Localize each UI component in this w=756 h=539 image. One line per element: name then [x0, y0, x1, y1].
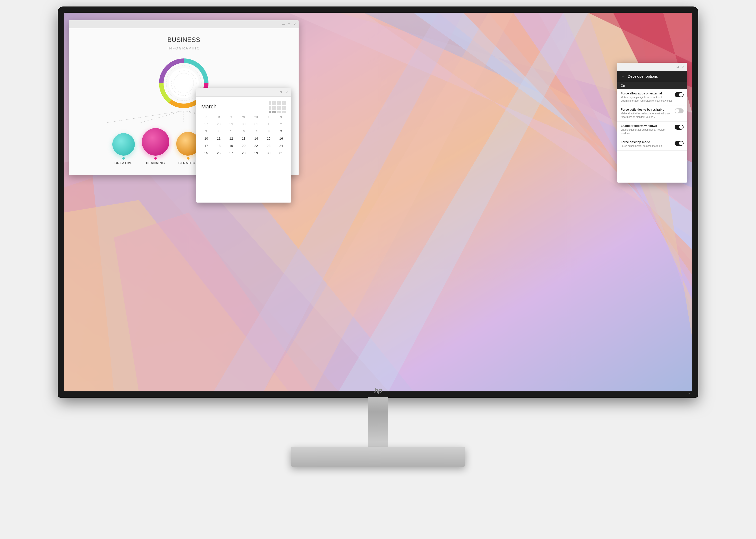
developer-options-list: Force allow apps on external Makes any a…: [617, 89, 687, 151]
cal-cell-24[interactable]: 24: [275, 142, 287, 149]
calendar-header: March: [196, 97, 291, 115]
dev-option-2: Force activities to be resizable Make al…: [617, 106, 687, 121]
cal-cell-29[interactable]: 29: [250, 150, 262, 156]
day-header-t1: T: [225, 115, 238, 119]
developer-title: Developer options: [628, 74, 658, 78]
developer-close-btn[interactable]: ✕: [681, 65, 685, 69]
calendar-days-header: S M T W TH F S: [200, 115, 287, 119]
cal-cell-23[interactable]: 23: [263, 142, 275, 149]
infographic-close-btn[interactable]: ✕: [293, 22, 297, 26]
cal-cell-30pm[interactable]: 30: [238, 120, 250, 127]
calendar-minimize-btn[interactable]: □: [279, 90, 283, 94]
cal-cell-12[interactable]: 12: [225, 135, 237, 142]
cal-cell-16[interactable]: 16: [275, 135, 287, 142]
monitor-base: [291, 447, 465, 467]
day-header-m: M: [213, 115, 225, 119]
cal-cell-22[interactable]: 22: [250, 142, 262, 149]
cal-cell-4[interactable]: 4: [213, 128, 225, 135]
cal-cell-5[interactable]: 5: [225, 128, 237, 135]
cal-cell-31[interactable]: 31: [275, 150, 287, 156]
dev-option-3-desc: Enable support for experimental freeform…: [621, 128, 673, 135]
cal-cell-27[interactable]: 27: [225, 150, 237, 156]
cal-cell-2[interactable]: 2: [275, 120, 287, 127]
monitor-wrapper: — □ ✕ BUSINESS INFOGRAPHIC: [53, 7, 703, 532]
power-indicator-dot: [689, 393, 690, 394]
cal-cell-31pm[interactable]: 31: [250, 120, 262, 127]
calendar-month-label: March: [201, 104, 217, 110]
cal-cell-28[interactable]: 28: [238, 150, 250, 156]
developer-titlebar: □ ✕: [617, 63, 687, 71]
dev-option-1-text: Force allow apps on external Makes any a…: [621, 92, 673, 103]
cal-cell-7[interactable]: 7: [250, 128, 262, 135]
developer-back-icon[interactable]: ←: [621, 74, 625, 79]
svg-point-20: [169, 68, 199, 98]
dev-option-4-toggle[interactable]: [675, 141, 684, 146]
cal-cell-9[interactable]: 9: [275, 128, 287, 135]
cal-cell-8[interactable]: 8: [263, 128, 275, 135]
developer-status-text: On: [621, 84, 625, 87]
infographic-titlebar: — □ ✕: [69, 20, 299, 28]
bubble-creative-label: CREATIVE: [114, 161, 133, 165]
cal-cell-13[interactable]: 13: [238, 135, 250, 142]
day-header-s2: S: [275, 115, 287, 119]
cal-cell-20[interactable]: 20: [238, 142, 250, 149]
developer-status-bar: On: [617, 82, 687, 89]
calendar-titlebar: □ ✕: [196, 88, 291, 97]
calendar-window[interactable]: □ ✕ March S M: [196, 88, 291, 202]
hp-logo: hp: [374, 386, 382, 394]
cal-cell-30[interactable]: 30: [263, 150, 275, 156]
day-header-th: TH: [250, 115, 262, 119]
infographic-minimize-btn[interactable]: —: [282, 22, 286, 26]
infographic-subtitle: INFOGRAPHIC: [167, 46, 200, 50]
cal-cell-18[interactable]: 18: [213, 142, 225, 149]
developer-window[interactable]: □ ✕ ← Developer options On Force allow a…: [617, 63, 687, 183]
dev-option-4: Force desktop mode Force experimental de…: [617, 138, 687, 151]
cal-cell-1[interactable]: 1: [263, 120, 275, 127]
infographic-maximize-btn[interactable]: □: [287, 22, 291, 26]
cal-cell-3[interactable]: 3: [200, 128, 212, 135]
dev-option-2-desc: Make all activities resizable for multi-…: [621, 112, 673, 119]
dev-option-4-text: Force desktop mode Force experimental de…: [621, 140, 673, 148]
cal-cell-10[interactable]: 10: [200, 135, 212, 142]
cal-cell-17[interactable]: 17: [200, 142, 212, 149]
dev-option-3-text: Enable freeform windows Enable support f…: [621, 124, 673, 135]
developer-header: ← Developer options: [617, 71, 687, 82]
dev-option-1-title: Force allow apps on external: [621, 92, 673, 95]
cal-cell-27pm[interactable]: 27: [200, 120, 212, 127]
day-header-f: F: [262, 115, 275, 119]
day-header-s1: S: [200, 115, 213, 119]
monitor-screen: — □ ✕ BUSINESS INFOGRAPHIC: [64, 13, 692, 391]
bubble-planning: PLANNING: [142, 128, 169, 165]
cal-cell-28pm[interactable]: 28: [213, 120, 225, 127]
cal-cell-14[interactable]: 14: [250, 135, 262, 142]
cal-cell-15[interactable]: 15: [263, 135, 275, 142]
calendar-cells: 27 28 29 30 31 1 2 3 4 5 6 7 8: [200, 120, 287, 156]
dev-option-2-toggle[interactable]: [675, 109, 684, 114]
dev-option-1-toggle[interactable]: [675, 92, 684, 97]
svg-line-24: [139, 111, 184, 123]
calendar-close-btn[interactable]: ✕: [285, 90, 289, 94]
dev-option-3-toggle[interactable]: [675, 125, 684, 130]
cal-cell-19[interactable]: 19: [225, 142, 237, 149]
dev-option-1: Force allow apps on external Makes any a…: [617, 89, 687, 106]
svg-line-23: [104, 111, 184, 123]
cal-cell-26[interactable]: 26: [213, 150, 225, 156]
calendar-grid: S M T W TH F S 27 28 29 30 31: [196, 115, 291, 160]
dev-option-3-title: Enable freeform windows: [621, 124, 673, 128]
day-header-w: W: [238, 115, 250, 119]
infographic-main-title: BUSINESS: [167, 36, 200, 44]
cal-cell-11[interactable]: 11: [213, 135, 225, 142]
cal-cell-6[interactable]: 6: [238, 128, 250, 135]
dev-option-2-text: Force activities to be resizable Make al…: [621, 108, 673, 119]
dev-option-4-title: Force desktop mode: [621, 140, 673, 144]
calendar-mini-dots: [269, 101, 286, 113]
dev-option-4-desc: Force experimental desktop mode on: [621, 144, 673, 148]
cal-cell-29pm[interactable]: 29: [225, 120, 237, 127]
developer-minimize-btn[interactable]: □: [676, 65, 680, 69]
cal-cell-25[interactable]: 25: [200, 150, 212, 156]
dev-option-2-title: Force activities to be resizable: [621, 108, 673, 112]
bubble-strategy-label: STRATEGY: [178, 161, 198, 165]
monitor-bezel: — □ ✕ BUSINESS INFOGRAPHIC: [58, 7, 698, 397]
dev-option-1-desc: Makes any app eligible to be written to …: [621, 96, 673, 103]
bubble-planning-label: PLANNING: [146, 161, 165, 165]
